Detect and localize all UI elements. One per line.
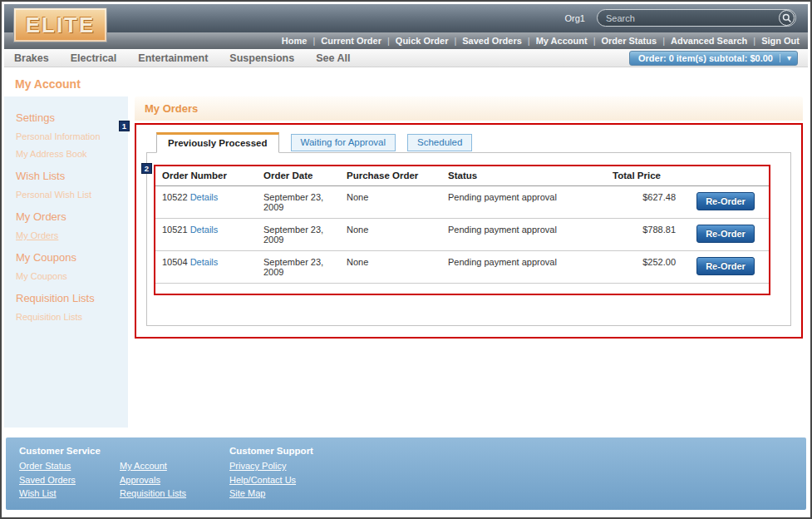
category-electrical[interactable]: Electrical: [71, 52, 117, 64]
footer-link-wish-list[interactable]: Wish List: [19, 488, 120, 498]
footer-heading: Customer Service: [19, 446, 120, 459]
sidebar-section-wish-lists: Wish ListsPersonal Wish List: [16, 170, 116, 200]
annotation-box-2: 2 Order NumberOrder DatePurchase OrderSt…: [154, 165, 770, 295]
utility-nav-saved-orders[interactable]: Saved Orders: [462, 36, 522, 46]
orders-tabs: Previously ProcessedWaiting for Approval…: [146, 132, 791, 153]
mini-cart-summary: Order: 0 item(s) subtotal: $0.00: [638, 53, 773, 63]
footer-column-links: My AccountApprovalsRequisition Lists: [120, 446, 229, 502]
reorder-button[interactable]: Re-Order: [696, 257, 755, 275]
tab-waiting-for-approval[interactable]: Waiting for Approval: [291, 134, 396, 151]
category-nav: BrakesElectricalEntertainmentSuspensions…: [4, 49, 808, 67]
order-number: 10522: [162, 192, 188, 202]
search-button[interactable]: [779, 10, 795, 26]
orders-panel-title: My Orders: [135, 96, 803, 121]
nav-separator: |: [753, 36, 755, 46]
footer-link-my-account[interactable]: My Account: [120, 461, 229, 471]
search-input[interactable]: [606, 13, 779, 23]
footer-link-saved-orders[interactable]: Saved Orders: [19, 475, 120, 485]
purchase-order-cell: None: [340, 219, 441, 251]
total-price-cell: $627.48: [606, 186, 682, 219]
mini-cart-button[interactable]: Order: 0 item(s) subtotal: $0.00 ▾: [629, 51, 798, 66]
category-suspensions[interactable]: Suspensions: [229, 52, 294, 64]
table-row-10504: 10504 DetailsSeptember 23, 2009NonePendi…: [155, 251, 769, 284]
order-status-cell: Pending payment approval: [441, 186, 606, 219]
table-row-10521: 10521 DetailsSeptember 23, 2009NonePendi…: [155, 219, 769, 251]
store-logo[interactable]: ELITE: [13, 7, 107, 42]
sidebar-heading-my-orders: My Orders: [16, 210, 116, 223]
content-area: SettingsPersonal InformationMy Address B…: [4, 96, 808, 428]
column-header-status: Status: [441, 166, 606, 186]
order-action-cell: Re-Order: [682, 186, 769, 219]
orders-table-head-row: Order NumberOrder DatePurchase OrderStat…: [155, 166, 769, 186]
sidebar-section-settings: SettingsPersonal InformationMy Address B…: [16, 111, 116, 159]
utility-nav: Home|Current Order|Quick Order|Saved Ord…: [4, 32, 808, 49]
category-see-all[interactable]: See All: [316, 52, 350, 64]
orders-table: Order NumberOrder DatePurchase OrderStat…: [155, 166, 769, 284]
order-status-cell: Pending payment approval: [441, 219, 606, 251]
footer-link-requisition-lists[interactable]: Requisition Lists: [120, 488, 229, 498]
order-date-cell: September 23, 2009: [257, 186, 340, 219]
sidebar-heading-settings: Settings: [16, 111, 116, 124]
nav-separator: |: [662, 36, 665, 46]
category-nav-links: BrakesElectricalEntertainmentSuspensions…: [14, 52, 372, 64]
footer-columns: Customer ServiceOrder StatusSaved Orders…: [19, 446, 806, 502]
sidebar-section-requisition-lists: Requisition ListsRequisition Lists: [16, 292, 116, 322]
column-header-order-date: Order Date: [257, 166, 340, 186]
utility-nav-sign-out[interactable]: Sign Out: [761, 36, 800, 46]
order-number-cell: 10522 Details: [155, 186, 257, 219]
footer-link-site-map[interactable]: Site Map: [229, 488, 806, 498]
category-entertainment[interactable]: Entertainment: [138, 52, 208, 64]
nav-separator: |: [387, 36, 390, 46]
order-details-link[interactable]: Details: [190, 225, 219, 235]
order-number: 10504: [162, 257, 188, 267]
reorder-button[interactable]: Re-Order: [696, 192, 755, 210]
sidebar-section-my-coupons: My CouponsMy Coupons: [16, 251, 116, 281]
order-action-cell: Re-Order: [682, 251, 769, 284]
sidebar-link-personal-wish-list[interactable]: Personal Wish List: [16, 190, 116, 200]
column-header-order-number: Order Number: [155, 166, 257, 186]
order-details-link[interactable]: Details: [190, 257, 219, 267]
order-number: 10521: [162, 225, 188, 235]
total-price-cell: $252.00: [606, 251, 682, 284]
orders-table-body: 10522 DetailsSeptember 23, 2009NonePendi…: [155, 186, 769, 284]
footer-heading: Customer Support: [229, 446, 806, 459]
table-row-10522: 10522 DetailsSeptember 23, 2009NonePendi…: [155, 186, 769, 219]
sidebar-link-my-address-book[interactable]: My Address Book: [16, 149, 116, 159]
chevron-down-icon: ▾: [780, 54, 791, 62]
utility-nav-my-account[interactable]: My Account: [536, 36, 588, 46]
previously-processed-panel: 2 Order NumberOrder DatePurchase OrderSt…: [146, 152, 791, 326]
order-action-cell: Re-Order: [682, 219, 769, 251]
sidebar-link-my-orders[interactable]: My Orders: [16, 230, 116, 240]
footer-link-approvals[interactable]: Approvals: [120, 475, 229, 485]
reorder-button[interactable]: Re-Order: [696, 225, 755, 243]
utility-nav-order-status[interactable]: Order Status: [601, 36, 657, 46]
footer-link-privacy-policy[interactable]: Privacy Policy: [229, 461, 806, 471]
total-price-cell: $788.81: [606, 219, 682, 251]
nav-separator: |: [312, 36, 315, 46]
header-right: Org1: [565, 9, 796, 27]
tab-scheduled[interactable]: Scheduled: [407, 134, 472, 151]
category-brakes[interactable]: Brakes: [14, 52, 49, 64]
order-date-cell: September 23, 2009: [257, 219, 340, 251]
sidebar-link-requisition-lists[interactable]: Requisition Lists: [16, 312, 116, 322]
utility-nav-advanced-search[interactable]: Advanced Search: [671, 36, 747, 46]
nav-separator: |: [593, 36, 596, 46]
footer-column-customer-support: Customer SupportPrivacy PolicyHelp/Conta…: [229, 446, 806, 502]
footer-link-help-contact-us[interactable]: Help/Contact Us: [229, 475, 806, 485]
utility-nav-current-order[interactable]: Current Order: [321, 36, 381, 46]
utility-nav-home[interactable]: Home: [282, 36, 308, 46]
column-header-total-price: Total Price: [606, 166, 682, 186]
footer-column-customer-service: Customer ServiceOrder StatusSaved Orders…: [19, 446, 120, 502]
sidebar-heading-requisition-lists: Requisition Lists: [16, 292, 116, 304]
sidebar-heading-wish-lists: Wish Lists: [16, 170, 116, 182]
order-details-link[interactable]: Details: [190, 192, 219, 202]
tab-previously-processed[interactable]: Previously Processed: [156, 132, 279, 153]
sidebar-link-personal-information[interactable]: Personal Information: [16, 131, 116, 141]
utility-nav-quick-order[interactable]: Quick Order: [396, 36, 449, 46]
footer-link-order-status[interactable]: Order Status: [19, 461, 120, 471]
column-header-actions: [682, 166, 769, 186]
search-icon: [782, 13, 792, 23]
header: Home|Current Order|Quick Order|Saved Ord…: [4, 4, 808, 49]
sidebar-link-my-coupons[interactable]: My Coupons: [16, 271, 116, 281]
order-date-cell: September 23, 2009: [257, 251, 340, 284]
